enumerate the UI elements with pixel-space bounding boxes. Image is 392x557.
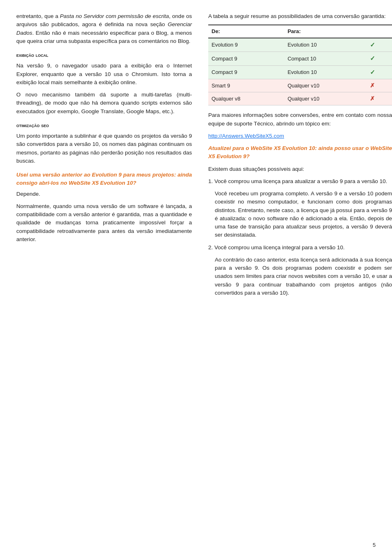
support-link[interactable]: http://Answers.WebSiteX5.com bbox=[208, 133, 284, 139]
situation2: 2. Você comprou uma licença integral par… bbox=[208, 244, 392, 298]
right-intro: A tabela a seguir resume as possibilidad… bbox=[208, 12, 392, 20]
table-header-from: De: bbox=[208, 25, 284, 38]
check-icon: ✓ bbox=[370, 55, 375, 62]
table-cell-status: ✓ bbox=[367, 52, 392, 66]
intro-paragraph: entretanto, que a Pasta no Servidor com … bbox=[16, 12, 192, 45]
table-cell-to: Compact 10 bbox=[284, 52, 367, 66]
cross-icon: ✗ bbox=[370, 82, 375, 89]
table-cell-from: Evolution 9 bbox=[208, 38, 284, 52]
right-column: A tabela a seguir resume as possibilidad… bbox=[204, 12, 392, 541]
after-table-p: Para maiores informações sobre conversõe… bbox=[208, 111, 392, 128]
table-header-to: Para: bbox=[284, 25, 367, 38]
table-cell-from: Compact 9 bbox=[208, 65, 284, 79]
situation1-num: 1. bbox=[208, 178, 213, 184]
table-cell-from: Smart 9 bbox=[208, 79, 284, 92]
table-header-status bbox=[367, 25, 392, 38]
table-cell-from: Compact 9 bbox=[208, 52, 284, 66]
table-cell-to: Qualquer v10 bbox=[284, 79, 367, 92]
situation1-body: Você recebeu um programa completo. A ver… bbox=[215, 190, 392, 239]
table-row: Smart 9Qualquer v10✗ bbox=[208, 79, 392, 92]
table-row: Compact 9Evolution 10✓ bbox=[208, 65, 392, 79]
situation2-body: Ao contrário do caso anterior, esta lice… bbox=[215, 256, 392, 297]
table-cell-to: Qualquer v10 bbox=[284, 92, 367, 105]
table-cell-status: ✗ bbox=[367, 92, 392, 105]
section1-p1: Na versão 9, o navegador usado para a ex… bbox=[16, 62, 192, 87]
section1-p2: O novo mecanismo também dá suporte a mul… bbox=[16, 91, 192, 116]
table-cell-to: Evolution 10 bbox=[284, 65, 367, 79]
table-cell-status: ✓ bbox=[367, 38, 392, 52]
situation1-title-text: Você comprou uma licença para atualizar … bbox=[214, 178, 387, 184]
section1-heading: Exibição Local bbox=[16, 51, 192, 59]
link-paragraph: http://Answers.WebSiteX5.com bbox=[208, 132, 392, 140]
situation2-title-text: Você comprou uma licença integral para a… bbox=[214, 244, 345, 251]
page: entretanto, que a Pasta no Servidor com … bbox=[0, 0, 392, 557]
table-row: Evolution 9Evolution 10✓ bbox=[208, 38, 392, 52]
answer-depende: Depende. bbox=[16, 190, 192, 198]
check-icon: ✓ bbox=[370, 69, 375, 76]
situation1-title: 1. Você comprou uma licença para atualiz… bbox=[208, 177, 392, 186]
table-cell-status: ✗ bbox=[367, 79, 392, 92]
intro-italic1: Pasta no Servidor com permissão de escri… bbox=[60, 13, 169, 19]
situation2-title: 2. Você comprou uma licença integral par… bbox=[208, 244, 392, 252]
page-number: 5 bbox=[373, 541, 376, 549]
table-row: Qualquer v8Qualquer v10✗ bbox=[208, 92, 392, 105]
intro-text1: entretanto, que a bbox=[16, 13, 60, 19]
situations-intro: Existem duas situações possíveis aqui: bbox=[208, 165, 392, 173]
highlight-question2: Atualizei para o WebSite X5 Evolution 10… bbox=[208, 144, 392, 161]
section2-p1: Um ponto importante a sublinhar é que qu… bbox=[16, 132, 192, 165]
answer-p1: Normalmente, quando uma nova versão de u… bbox=[16, 202, 192, 244]
intro-text3: . Então não é mais necessário especifica… bbox=[16, 30, 192, 44]
conversion-table: De: Para: Evolution 9Evolution 10✓Compac… bbox=[208, 25, 392, 105]
table-cell-to: Evolution 10 bbox=[284, 38, 367, 52]
section2-heading: Otimização SEO bbox=[16, 121, 192, 130]
table-row: Compact 9Compact 10✓ bbox=[208, 52, 392, 66]
table-cell-from: Qualquer v8 bbox=[208, 92, 284, 105]
situation1: 1. Você comprou uma licença para atualiz… bbox=[208, 177, 392, 239]
highlight-question: Usei uma versão anterior ao Evolution 9 … bbox=[16, 171, 192, 188]
cross-icon: ✗ bbox=[370, 95, 375, 102]
left-column: entretanto, que a Pasta no Servidor com … bbox=[16, 12, 204, 541]
table-cell-status: ✓ bbox=[367, 65, 392, 79]
situation2-num: 2. bbox=[208, 244, 213, 251]
check-icon: ✓ bbox=[370, 41, 375, 48]
